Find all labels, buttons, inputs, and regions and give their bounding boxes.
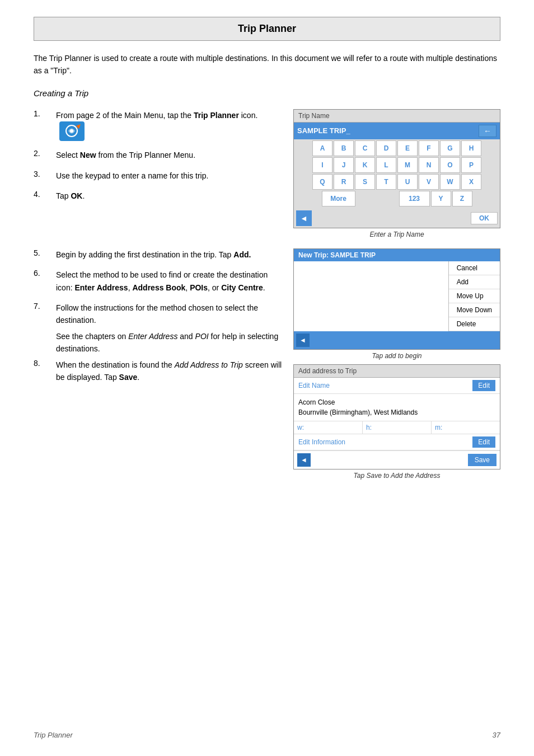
key-A[interactable]: A: [312, 140, 332, 156]
address-fields-row: w: h: m:: [294, 421, 500, 434]
key-M[interactable]: M: [397, 157, 418, 173]
trip-list-buttons: Cancel Add Move Up Move Down Delete: [448, 261, 500, 331]
keyboard-input-value: SAMPLE TRIP_: [297, 126, 479, 135]
keyboard-caption: Enter a Trip Name: [293, 228, 500, 243]
step-6-text: Select the method to be used to find or …: [56, 269, 282, 294]
edit-name-row: Edit Name Edit: [294, 378, 500, 394]
key-C[interactable]: C: [355, 140, 375, 156]
save-button[interactable]: Save: [468, 454, 496, 466]
keyboard-rows: A B C D E F G H I J K L: [294, 139, 500, 209]
field-h: h:: [363, 421, 432, 434]
move-down-button[interactable]: Move Down: [449, 303, 500, 317]
section-heading: Creating a Trip: [34, 88, 500, 98]
keyboard-header: Trip Name: [294, 110, 500, 123]
trip-list-header: New Trip: SAMPLE TRIP: [294, 249, 500, 261]
step-1-text: From page 2 of the Main Menu, tap the Tr…: [56, 109, 282, 141]
step-8-text: When the destination is found the Add Ad…: [56, 359, 282, 384]
key-row-2: I J K L M N O P: [295, 157, 499, 173]
key-T[interactable]: T: [376, 174, 396, 190]
key-R[interactable]: R: [334, 174, 354, 190]
trip-list-body: Cancel Add Move Up Move Down Delete: [294, 261, 500, 331]
key-L[interactable]: L: [376, 157, 396, 173]
key-Y[interactable]: Y: [431, 191, 451, 206]
trip-list-back-button[interactable]: ◄: [296, 334, 310, 347]
edit-info-row: Edit Information Edit: [294, 434, 500, 450]
key-123[interactable]: 123: [399, 191, 430, 206]
field-w: w:: [294, 421, 363, 434]
step-2-num: 2.: [34, 149, 50, 158]
trip-list-caption: Tap add to begin: [293, 350, 500, 364]
key-G[interactable]: G: [440, 140, 460, 156]
trip-list-footer: ◄: [294, 331, 500, 349]
step-7-sub: See the chapters on Enter Address and PO…: [56, 330, 282, 355]
key-S[interactable]: S: [355, 174, 375, 190]
step-2-text: Select New from the Trip Planner Menu.: [56, 149, 282, 161]
step-3-text: Use the keypad to enter a name for this …: [56, 170, 282, 182]
step-1-num: 1.: [34, 109, 50, 118]
step-5-text: Begin by adding the first destination in…: [56, 248, 282, 261]
add-address-header: Add address to Trip: [294, 365, 500, 378]
key-H[interactable]: H: [461, 140, 481, 156]
key-J[interactable]: J: [334, 157, 354, 173]
key-E[interactable]: E: [397, 140, 418, 156]
key-K[interactable]: K: [355, 157, 375, 173]
step-7-num: 7.: [34, 302, 50, 311]
key-Z[interactable]: Z: [452, 191, 472, 206]
edit-info-button[interactable]: Edit: [472, 436, 495, 448]
address-line1: Acorn Close: [298, 397, 495, 407]
key-W[interactable]: W: [440, 174, 460, 190]
key-N[interactable]: N: [419, 157, 439, 173]
key-U[interactable]: U: [397, 174, 418, 190]
key-O[interactable]: O: [440, 157, 460, 173]
key-I[interactable]: I: [312, 157, 332, 173]
step-4-text: Tap OK.: [56, 190, 282, 202]
keyboard-bottom: ◄ OK: [294, 209, 500, 228]
keyboard-widget: Trip Name SAMPLE TRIP_ ← A B C D E F: [293, 109, 500, 228]
add-address-footer: ◄ Save: [294, 450, 500, 469]
keyboard-back-button[interactable]: ◄: [296, 210, 312, 226]
title-bar: Trip Planner: [34, 17, 500, 41]
move-up-button[interactable]: Move Up: [449, 289, 500, 303]
key-P[interactable]: P: [461, 157, 481, 173]
add-address-back-button[interactable]: ◄: [297, 453, 311, 467]
footer-page-number: 37: [493, 731, 500, 739]
key-F[interactable]: F: [419, 140, 439, 156]
edit-name-label: Edit Name: [298, 382, 330, 389]
step-5-num: 5.: [34, 248, 50, 257]
key-row-4: More 123 Y Z: [295, 191, 499, 206]
intro-paragraph: The Trip Planner is used to create a rou…: [34, 52, 500, 77]
add-address-caption: Tap Save to Add the Address: [293, 469, 500, 484]
page-footer: Trip Planner 37: [34, 731, 500, 739]
delete-button[interactable]: Delete: [449, 317, 500, 331]
keyboard-input-row: SAMPLE TRIP_ ←: [294, 123, 500, 139]
key-D[interactable]: D: [376, 140, 396, 156]
step-7-text: Follow the instructions for the method c…: [56, 302, 282, 327]
field-m: m:: [432, 421, 500, 434]
trip-planner-icon: [59, 121, 85, 141]
step-8-num: 8.: [34, 359, 50, 368]
step-6-num: 6.: [34, 269, 50, 278]
step-4-num: 4.: [34, 190, 50, 199]
footer-left: Trip Planner: [34, 731, 73, 739]
key-Q[interactable]: Q: [312, 174, 332, 190]
cancel-button[interactable]: Cancel: [449, 261, 500, 275]
key-row-1: A B C D E F G H: [295, 140, 499, 156]
key-B[interactable]: B: [334, 140, 354, 156]
keyboard-ok-button[interactable]: OK: [471, 212, 498, 224]
page-title: Trip Planner: [40, 23, 494, 35]
address-line2: Bournville (Birmingham), West Midlands: [298, 407, 495, 417]
key-V[interactable]: V: [419, 174, 439, 190]
trip-list-content: [294, 261, 448, 331]
key-X[interactable]: X: [461, 174, 481, 190]
edit-info-label: Edit Information: [298, 438, 345, 446]
trip-list-widget: New Trip: SAMPLE TRIP Cancel Add Move Up…: [293, 248, 500, 350]
backspace-button[interactable]: ←: [479, 125, 496, 137]
key-row-3: Q R S T U V W X: [295, 174, 499, 190]
edit-name-button[interactable]: Edit: [472, 380, 495, 391]
step-3-num: 3.: [34, 170, 50, 179]
add-button[interactable]: Add: [449, 275, 500, 289]
add-address-widget: Add address to Trip Edit Name Edit Acorn…: [293, 364, 500, 469]
address-text-area: Acorn Close Bournville (Birmingham), Wes…: [294, 394, 500, 421]
key-More[interactable]: More: [322, 191, 355, 206]
svg-point-2: [70, 129, 73, 133]
